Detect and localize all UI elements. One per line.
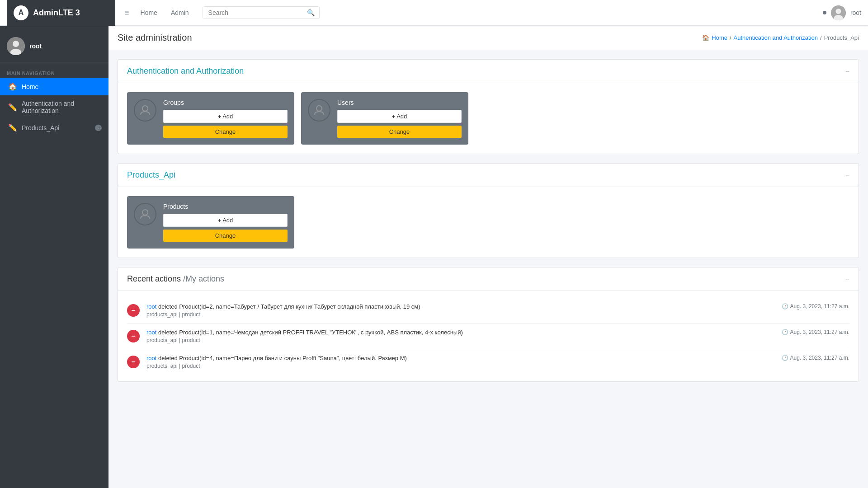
users-card-content: Users + Add Change — [337, 99, 462, 138]
breadcrumb-sep-2: / — [820, 34, 822, 41]
products-card: Products + Add Change — [127, 196, 294, 249]
svg-point-6 — [142, 106, 148, 111]
clock-icon: 🕐 — [782, 303, 788, 310]
page-wrapper: root MAIN NAVIGATION 🏠 Home ✏️ Authentic… — [0, 26, 868, 488]
sidebar-toggle-button[interactable]: ≡ — [122, 6, 132, 20]
nav-home-link[interactable]: Home — [136, 7, 162, 19]
action-content: root deleted Product(id=4, name=Парео дл… — [146, 355, 775, 369]
auth-collapse-button[interactable]: − — [845, 67, 849, 75]
sidebar-section-label: MAIN NAVIGATION — [0, 67, 108, 78]
navbar-right: root — [823, 5, 861, 20]
products-section-body: Products + Add Change — [118, 187, 859, 258]
products-change-button[interactable]: Change — [163, 230, 288, 242]
auth-section-title: Authentication and Authorization — [127, 66, 244, 76]
content-body: Authentication and Authorization − — [108, 50, 868, 400]
hamburger-icon: ≡ — [124, 8, 129, 17]
action-text: root deleted Product(id=2, name=Табурет … — [146, 303, 775, 310]
action-time: 🕐 Aug. 3, 2023, 11:27 a.m. — [782, 303, 849, 310]
action-user-link[interactable]: root — [146, 329, 156, 336]
action-content: root deleted Product(id=2, name=Табурет … — [146, 303, 775, 318]
page-title: Site administration — [118, 33, 192, 43]
breadcrumb-sep-1: / — [730, 34, 731, 41]
home-icon: 🏠 — [8, 82, 17, 91]
sidebar: root MAIN NAVIGATION 🏠 Home ✏️ Authentic… — [0, 26, 108, 488]
products-badge: · — [95, 125, 102, 131]
sidebar-item-home[interactable]: 🏠 Home — [0, 78, 108, 95]
action-time: 🕐 Aug. 3, 2023, 11:27 a.m. — [782, 329, 849, 335]
sidebar-avatar-icon — [7, 37, 25, 55]
auth-icon: ✏️ — [8, 103, 17, 112]
delete-icon: − — [127, 356, 140, 368]
action-description: deleted Product(id=1, name=Чемодан детск… — [158, 329, 463, 336]
main-content: Site administration 🏠 Home / Authenticat… — [108, 26, 868, 488]
auth-model-grid: Groups + Add Change — [127, 92, 849, 145]
navbar: A AdminLTE 3 ≡ Home Admin 🔍 root — [0, 0, 868, 26]
action-text: root deleted Product(id=1, name=Чемодан … — [146, 329, 775, 336]
action-time: 🕐 Aug. 3, 2023, 11:27 a.m. — [782, 355, 849, 361]
breadcrumb-home-link[interactable]: Home — [712, 34, 727, 41]
content-header: Site administration 🏠 Home / Authenticat… — [108, 26, 868, 50]
sidebar-item-auth[interactable]: ✏️ Authentication and Authorization — [0, 95, 108, 119]
breadcrumb-home-icon: 🏠 — [702, 34, 709, 41]
recent-collapse-button[interactable]: − — [845, 275, 849, 283]
users-add-button[interactable]: + Add — [337, 110, 462, 123]
nav-admin-link[interactable]: Admin — [166, 7, 193, 19]
products-model-grid: Products + Add Change — [127, 196, 849, 249]
delete-icon: − — [127, 304, 140, 317]
navbar-avatar[interactable] — [831, 5, 846, 20]
notification-dot — [823, 11, 826, 14]
action-description: deleted Product(id=2, name=Табурет / Таб… — [158, 303, 420, 310]
search-icon: 🔍 — [307, 9, 315, 16]
auth-section-card: Authentication and Authorization − — [118, 59, 859, 154]
action-timestamp: Aug. 3, 2023, 11:27 a.m. — [790, 303, 849, 310]
navbar-controls: ≡ Home Admin 🔍 — [115, 6, 823, 20]
delete-icon: − — [127, 330, 140, 343]
svg-point-8 — [142, 210, 148, 215]
action-meta: products_api | product — [146, 363, 775, 369]
products-section-card: Products_Api − — [118, 163, 859, 258]
svg-point-7 — [316, 106, 322, 111]
sidebar-avatar — [7, 37, 25, 55]
breadcrumb-current: Products_Api — [824, 34, 859, 41]
clock-icon: 🕐 — [782, 329, 788, 335]
users-card-icon — [308, 99, 330, 122]
products-add-button[interactable]: + Add — [163, 214, 288, 227]
groups-card-icon — [134, 99, 156, 122]
product-icon — [138, 207, 152, 221]
brand-logo: A — [14, 5, 28, 20]
products-card-title: Products — [163, 203, 288, 210]
users-card: Users + Add Change — [301, 92, 468, 145]
sidebar-user: root — [0, 30, 108, 62]
sidebar-item-products[interactable]: ✏️ Products_Api · — [0, 119, 108, 136]
action-text: root deleted Product(id=4, name=Парео дл… — [146, 355, 775, 361]
brand-name: AdminLTE 3 — [33, 8, 80, 18]
products-section-title: Products_Api — [127, 170, 175, 180]
brand: A AdminLTE 3 — [7, 0, 115, 26]
users-icon — [312, 103, 326, 117]
search-button[interactable]: 🔍 — [302, 7, 319, 19]
search-input[interactable] — [203, 7, 302, 19]
action-item: − root deleted Product(id=1, name=Чемода… — [127, 324, 849, 349]
groups-card-content: Groups + Add Change — [163, 99, 288, 138]
groups-change-button[interactable]: Change — [163, 126, 288, 138]
action-user-link[interactable]: root — [146, 355, 156, 361]
action-item: − root deleted Product(id=2, name=Табуре… — [127, 298, 849, 324]
search-form: 🔍 — [203, 6, 320, 19]
groups-card: Groups + Add Change — [127, 92, 294, 145]
products-collapse-button[interactable]: − — [845, 171, 849, 179]
products-card-content: Products + Add Change — [163, 203, 288, 242]
users-change-button[interactable]: Change — [337, 126, 462, 138]
breadcrumb: 🏠 Home / Authentication and Authorizatio… — [702, 34, 859, 41]
action-meta: products_api | product — [146, 311, 775, 318]
groups-title: Groups — [163, 99, 288, 106]
action-item: − root deleted Product(id=4, name=Парео … — [127, 349, 849, 375]
action-content: root deleted Product(id=1, name=Чемодан … — [146, 329, 775, 343]
sidebar-username: root — [29, 42, 42, 50]
sidebar-item-auth-label: Authentication and Authorization — [22, 100, 102, 114]
action-user-link[interactable]: root — [146, 303, 156, 310]
groups-add-button[interactable]: + Add — [163, 110, 288, 123]
action-timestamp: Aug. 3, 2023, 11:27 a.m. — [790, 329, 849, 335]
users-title: Users — [337, 99, 462, 106]
breadcrumb-auth-link[interactable]: Authentication and Authorization — [734, 34, 818, 41]
recent-actions-section: Recent actions /My actions − − root dele… — [118, 267, 859, 382]
